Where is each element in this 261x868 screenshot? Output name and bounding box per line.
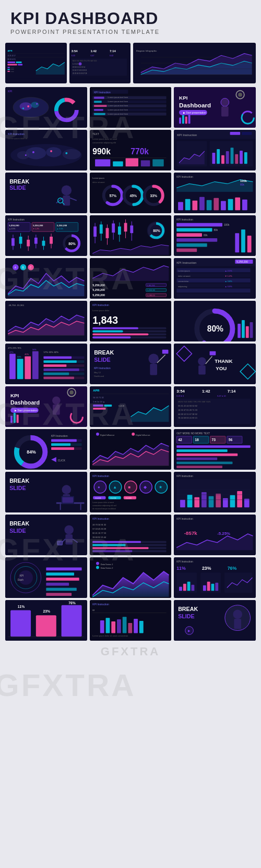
svg-text:◆: ◆ — [143, 485, 147, 490]
slide-thumb-calendar2[interactable]: 3:54 1:42 7:14 6:20 ♥ 4 6:47 ● 10 MON TU… — [174, 386, 256, 427]
svg-text:▼ 1.2%: ▼ 1.2% — [225, 275, 232, 277]
svg-rect-438 — [223, 498, 228, 508]
slide-thumb-breakslide[interactable]: BREAK SLIDE — [5, 173, 87, 213]
svg-text:-857k: -857k — [184, 530, 198, 536]
slide-thumb-circles2[interactable]: KPI Dash — [5, 557, 87, 598]
svg-rect-180 — [50, 237, 53, 244]
slide-thumb-kpi-hero2[interactable]: KPI Dashboard ▶ Start presentation — [5, 386, 87, 427]
svg-text:SLIDE: SLIDE — [9, 485, 26, 491]
slide-thumb-circlelist[interactable]: KPI Instruction ● ▲ ■ ◆ ★ CLICK CLICK CL… — [90, 472, 172, 512]
svg-point-48 — [36, 103, 38, 105]
svg-text:MON TUE WED THU FRI SAT SUN: MON TUE WED THU FRI SAT SUN — [72, 60, 97, 62]
svg-rect-343 — [93, 405, 103, 407]
slide-thumb-kpi-instruction[interactable]: KPI Instruction Lorem ipsum dolor sit — [5, 130, 87, 170]
slide-thumb-mountain2[interactable]: Data Series 1 Data Series 2 — [90, 557, 172, 598]
svg-point-45 — [20, 102, 32, 111]
slide-thumb-area2[interactable]: Digital Influence Digital Influence — [90, 429, 172, 470]
slide-thumb-kpi3[interactable]: KPI Instruction 82 Lorem ipsum dolor sit… — [90, 600, 172, 641]
svg-rect-449 — [65, 534, 73, 545]
svg-point-94 — [25, 154, 27, 156]
slide-thumb-breakslide4[interactable]: BREAK SLIDE — [5, 515, 87, 555]
svg-rect-272 — [92, 334, 148, 336]
slide-thumb-kpi-hero[interactable]: KPI Dashboard ▶ Start presentation — [174, 87, 256, 128]
slide-thumb-multistats[interactable]: GET MORE NO MORE TEXT 42 18 73 56 — [174, 429, 256, 470]
slide-thumb-apr2[interactable]: APR 54 10 71 32 5 ♥ 4 ● 10 ▲ CLICK — [90, 386, 172, 427]
svg-rect-80 — [182, 115, 184, 124]
svg-text:95  61  22  44  93  52  82: 95 61 22 44 93 52 82 — [178, 405, 197, 407]
slide-thumb-stats2[interactable]: KPI Instruction 11% 23% 76% — [174, 557, 256, 598]
slide-thumb-candlestick[interactable]: 80% — [90, 215, 172, 256]
svg-text:56: 56 — [229, 438, 233, 442]
slide-thumb-colorbars2[interactable]: KPI Instruction — [174, 472, 256, 512]
slide-thumb-dark-dash[interactable]: KPI Instruction — [174, 130, 256, 170]
slide-thumb-empty[interactable]: KPI Instruction -857k -5.25% — [174, 515, 256, 555]
svg-point-379 — [132, 433, 135, 436]
svg-rect-433 — [187, 495, 193, 507]
svg-rect-146 — [178, 202, 183, 211]
slide-thumb-table[interactable]: KPI Instruction Lorem ipsum text here Lo… — [90, 87, 172, 128]
svg-point-91 — [32, 151, 34, 153]
svg-text:73: 73 — [212, 438, 216, 442]
svg-rect-151 — [214, 198, 219, 210]
svg-text:5  ♥  4  ●  10  ▲: 5 ♥ 4 ● 10 ▲ — [93, 400, 105, 403]
svg-text:KPI Instruction: KPI Instruction — [8, 218, 25, 221]
svg-rect-280 — [242, 320, 245, 338]
slide-thumb-barcounts[interactable]: 47% 23% 76% 47% 31% 40% 56% 57% 63% 82% — [5, 344, 87, 384]
svg-rect-439 — [230, 495, 235, 507]
svg-text:KPI: KPI — [10, 393, 19, 399]
slide-thumb-percent57[interactable]: Lorem ipsum dolor sit amet 57% 45% 33% — [90, 173, 172, 213]
svg-rect-432 — [180, 500, 185, 508]
slide-thumb-linearea[interactable]: -18,764 -31,361 — [5, 301, 87, 341]
slide-thumb-donut[interactable]: KPI — [5, 87, 87, 128]
svg-rect-117 — [226, 151, 229, 164]
svg-rect-119 — [235, 154, 239, 164]
svg-text:Digital Influence: Digital Influence — [136, 434, 150, 436]
slide-thumb-breakslide2[interactable]: BREAK SLIDE KPI Instruction May 12 Dashb… — [90, 344, 172, 384]
svg-rect-148 — [193, 201, 198, 211]
svg-text:KPI Instruction: KPI Instruction — [177, 475, 194, 478]
svg-text:08  19  24  31: 08 19 24 31 — [7, 58, 16, 60]
slide-thumb-calendar[interactable]: 3:54 1:42 7:14 6:20 6:47 6:42 MON TUE WE… — [69, 43, 131, 83]
svg-text:KPI Instruction: KPI Instruction — [177, 518, 194, 520]
svg-text:BREAK: BREAK — [178, 606, 198, 613]
svg-text:100k: 100k — [224, 224, 230, 227]
svg-text:5,250,200: 5,250,200 — [92, 294, 105, 297]
slide-thumb-breakslide5[interactable]: BREAK SLIDE ▶ — [174, 600, 256, 641]
svg-rect-114 — [212, 153, 216, 164]
svg-rect-320 — [198, 365, 206, 375]
svg-text:dolor sit amet: dolor sit amet — [178, 275, 191, 277]
slide-thumb-barchart[interactable]: KPI Instruction 100k 80k — [174, 173, 256, 213]
svg-rect-499 — [187, 582, 191, 591]
slide-thumb-darktable2[interactable]: KPI Instruction 5,250,200 Lorem ipsum do… — [174, 258, 256, 299]
slide-thumb-barpct[interactable]: 11% 23% 76% — [5, 600, 87, 641]
svg-text:SLIDE: SLIDE — [94, 357, 111, 363]
slide-thumb-thank-you[interactable]: THANK YOU — [174, 344, 256, 384]
slide-thumb-area[interactable]: Diagram Infographic — [133, 43, 256, 83]
svg-rect-178 — [42, 241, 45, 246]
svg-rect-462 — [92, 544, 125, 546]
svg-text:15  21  32  17: 15 21 32 17 — [7, 55, 16, 57]
svg-text:18: 18 — [195, 438, 199, 442]
svg-text:Lorem ipsum text here: Lorem ipsum text here — [108, 108, 128, 111]
header: KPI DASHBOARD POWERPOINT PRESENTATION TE… — [0, 0, 261, 40]
slide-thumb-currency[interactable]: KPI Instruction 5,250,200 5,250,200 5,25… — [5, 215, 87, 256]
svg-text:Digital Influence: Digital Influence — [100, 434, 114, 436]
slide-thumb-donut84[interactable]: 84% KPI Instruction CLICK — [5, 429, 87, 470]
svg-rect-149 — [199, 197, 205, 210]
slide-thumb-currency-list[interactable]: 5,250,200 5,90,216 5,250,200 5,250,98 5,… — [90, 258, 172, 299]
svg-rect-154 — [235, 198, 241, 210]
slide-thumb-text-stats[interactable]: TEXT Lorem ipsum dolor sit amet consecte… — [90, 130, 172, 170]
slide-thumb-kpi-table2[interactable]: KPI Instruction 24 70 34 91 32 57 18 45 … — [90, 515, 172, 555]
slide-thumb-breakslide3[interactable]: BREAK SLIDE — [5, 472, 87, 512]
svg-point-327 — [69, 390, 74, 395]
svg-text:1:42: 1:42 — [202, 389, 210, 394]
slide-thumb-coloredbars[interactable]: KPI Instruction 100k 80k 60k — [174, 215, 256, 256]
svg-text:TEXT: TEXT — [92, 133, 99, 136]
slide-thumb-mountain[interactable]: A B C — [5, 258, 87, 299]
svg-rect-106 — [152, 160, 163, 167]
slide-thumb-kpi1843[interactable]: KPI Instruction Lorem ipsum dolor 1,843 — [90, 301, 172, 341]
svg-rect-524 — [128, 623, 132, 633]
svg-rect-209 — [177, 228, 212, 232]
slide-thumb-apr[interactable]: APR 15 21 32 17 08 19 24 31 CLICK CLICK … — [5, 43, 67, 83]
slide-thumb-gauge80[interactable]: 80% — [174, 301, 256, 341]
